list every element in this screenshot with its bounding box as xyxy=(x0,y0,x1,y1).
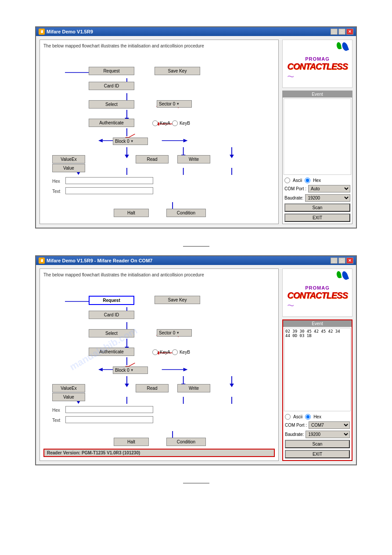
close-btn2[interactable]: ✕ xyxy=(346,258,353,264)
scan-btn2[interactable]: Scan xyxy=(285,440,350,448)
text-input2[interactable] xyxy=(65,416,153,423)
event-log1 xyxy=(284,98,351,175)
select-btn2[interactable]: Select xyxy=(89,329,134,337)
com-port-select1[interactable]: Auto xyxy=(308,185,350,192)
card-id-btn1[interactable]: Card ID xyxy=(89,82,134,90)
format-radio-row1[interactable]: Ascii Hex xyxy=(284,178,350,183)
contactless-text1: CONTACTLESS xyxy=(287,62,348,72)
card-id-btn2[interactable]: Card ID xyxy=(89,311,134,319)
ascii-label2: Ascii xyxy=(293,414,302,419)
request-btn1[interactable]: Request xyxy=(89,67,134,75)
hex-label-radio2: Hex xyxy=(313,414,321,419)
read-btn2[interactable]: Read xyxy=(136,384,169,392)
com-port-label2: COM Port : xyxy=(285,423,307,428)
key-radio-group1[interactable]: KeyA KeyB xyxy=(152,120,190,126)
scan-btn1[interactable]: Scan xyxy=(284,203,350,212)
squiggle-icon2: ~ xyxy=(287,299,294,313)
halt-btn1[interactable]: Halt xyxy=(114,209,149,217)
value-ex-btn2[interactable]: ValueEx xyxy=(52,384,85,392)
feather-green-icon1 xyxy=(336,42,342,49)
contactless-text2: CONTACTLESS xyxy=(287,290,348,301)
divider1 xyxy=(183,246,209,247)
hex-label2: Hex xyxy=(52,408,60,413)
baudrate-select1[interactable]: 19200 xyxy=(305,194,350,202)
read-btn1[interactable]: Read xyxy=(136,155,169,163)
squiggle-icon1: ~ xyxy=(287,70,294,84)
save-key-btn2[interactable]: Save Key xyxy=(155,296,200,304)
window1: 🖥 Mifare Demo V1.5R9 _ □ ✕ The below map… xyxy=(35,26,357,229)
baudrate-row1: Baudrate: 19200 xyxy=(284,194,350,202)
hex-label1: Hex xyxy=(52,179,60,184)
key-b-radio1[interactable] xyxy=(172,120,178,126)
baudrate-row2: Baudrate: 19200 xyxy=(285,431,350,438)
select-btn1[interactable]: Select xyxy=(89,100,134,109)
halt-btn2[interactable]: Halt xyxy=(114,438,149,446)
com-port-select2[interactable]: COM7 xyxy=(309,421,350,429)
condition-btn1[interactable]: Condition xyxy=(166,209,206,217)
hex-input1[interactable] xyxy=(65,177,153,184)
svg-marker-56 xyxy=(230,384,234,387)
condition-btn2[interactable]: Condition xyxy=(166,438,206,446)
status-text2: Reader Version: PGM-T1235 V1.0R3 (101230… xyxy=(47,450,140,455)
text-input1[interactable] xyxy=(65,187,153,194)
flowchart-area1: The below mapped flowchart illustrates t… xyxy=(40,40,279,224)
feather-green-icon2 xyxy=(336,271,342,278)
text-label2: Text xyxy=(52,418,60,423)
key-a-radio1[interactable] xyxy=(152,120,158,126)
promag-text1: PROMAG xyxy=(305,56,330,62)
arrows-svg2 xyxy=(43,282,275,449)
flowchart-desc1: The below mapped flowchart illustrates t… xyxy=(43,44,275,48)
authenticate-btn2[interactable]: Authenticate xyxy=(89,348,134,356)
minimize-btn2[interactable]: _ xyxy=(331,258,338,264)
svg-marker-24 xyxy=(230,155,234,158)
divider-bottom xyxy=(183,483,209,483)
feather-blue-icon2 xyxy=(341,271,349,281)
key-radio-group2[interactable]: KeyA KeyB xyxy=(152,349,190,355)
write-btn2[interactable]: Write xyxy=(177,384,210,392)
sector0-dropdown1[interactable]: Sector 0 ▼ xyxy=(157,100,192,108)
save-key-btn1[interactable]: Save Key xyxy=(155,67,200,75)
minimize-btn[interactable]: _ xyxy=(331,29,338,35)
exit-btn1[interactable]: EXIT xyxy=(284,214,350,222)
baudrate-select2[interactable]: 19200 xyxy=(306,431,350,438)
window2-icon: 🖥 xyxy=(39,258,45,264)
window1-titlebar: 🖥 Mifare Demo V1.5R9 _ □ ✕ xyxy=(36,27,356,36)
window2-title: Mifare Demo V1.5R9 - Mifare Reader On CO… xyxy=(47,258,152,263)
block0-dropdown2[interactable]: Block 0 ▼ xyxy=(113,366,148,374)
request-btn2[interactable]: Request xyxy=(89,296,134,305)
value-btn1[interactable]: Value xyxy=(52,164,85,172)
maximize-btn2[interactable]: □ xyxy=(338,258,345,264)
ascii-radio2[interactable] xyxy=(285,414,291,420)
svg-marker-16 xyxy=(98,139,103,142)
hex-radio2[interactable] xyxy=(305,414,311,420)
key-b-radio2[interactable] xyxy=(172,349,178,355)
text-label1: Text xyxy=(52,189,60,194)
write-btn1[interactable]: Write xyxy=(177,155,210,163)
promag-text2: PROMAG xyxy=(305,285,330,290)
hex-radio1[interactable] xyxy=(305,178,310,183)
hex-input2[interactable] xyxy=(65,406,153,413)
feather-blue-icon1 xyxy=(341,42,349,52)
ascii-radio1[interactable] xyxy=(284,178,290,183)
format-radio-row2[interactable]: Ascii Hex xyxy=(285,414,350,420)
flowchart-desc2: The below mapped flowchart illustrates t… xyxy=(43,272,275,277)
exit-btn2[interactable]: EXIT xyxy=(285,450,350,458)
value-btn2[interactable]: Value xyxy=(52,393,85,401)
event-header1: Event xyxy=(283,91,352,98)
sector0-dropdown2[interactable]: Sector 0 ▼ xyxy=(157,329,192,337)
event-controls1: Ascii Hex COM Port : Auto Baudrate: xyxy=(283,176,352,224)
block0-dropdown1[interactable]: Block 0 ▼ xyxy=(113,138,148,145)
window2-controls[interactable]: _ □ ✕ xyxy=(331,258,353,264)
promag-logo1: PROMAG CONTACTLESS ~ xyxy=(282,40,352,88)
block-arrow1: ▼ xyxy=(130,139,134,143)
baudrate-label1: Baudrate: xyxy=(284,196,303,200)
window1-controls[interactable]: _ □ ✕ xyxy=(331,29,353,35)
value-ex-btn1[interactable]: ValueEx xyxy=(52,155,85,163)
key-a-radio2[interactable] xyxy=(152,349,158,355)
event-panel1: Event Ascii Hex COM Port : Auto xyxy=(282,91,352,224)
maximize-btn[interactable]: □ xyxy=(338,29,345,35)
status-bar2: Reader Version: PGM-T1235 V1.0R3 (101230… xyxy=(43,449,275,457)
authenticate-btn1[interactable]: Authenticate xyxy=(89,119,134,127)
ascii-label1: Ascii xyxy=(293,178,302,183)
close-btn[interactable]: ✕ xyxy=(346,29,353,35)
